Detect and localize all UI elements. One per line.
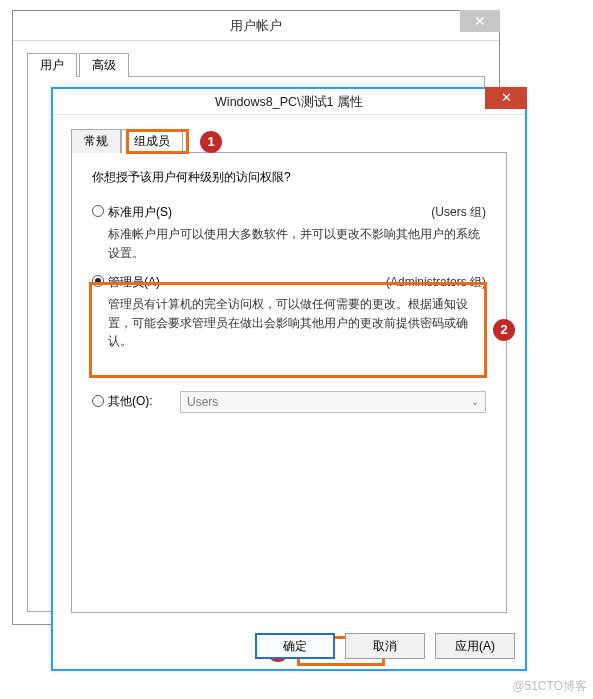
user-accounts-tabs: 用户 高级: [27, 53, 485, 77]
option-administrator[interactable]: 管理员(A) (Administrators 组) 管理员有计算机的完全访问权，…: [92, 274, 486, 351]
close-icon[interactable]: ✕: [485, 87, 527, 109]
radio-standard[interactable]: [92, 205, 104, 217]
tab-advanced[interactable]: 高级: [79, 53, 129, 77]
admin-label: 管理员(A): [108, 274, 160, 291]
properties-title: Windows8_PC\测试1 属性: [215, 95, 363, 109]
properties-titlebar: Windows8_PC\测试1 属性 ✕: [53, 89, 525, 115]
option-standard-user[interactable]: 标准用户(S) (Users 组) 标准帐户用户可以使用大多数软件，并可以更改不…: [92, 204, 486, 262]
tab-membership[interactable]: 组成员: [121, 129, 183, 153]
properties-tabs: 常规 组成员: [71, 129, 507, 153]
watermark: @51CTO博客: [512, 678, 587, 695]
user-accounts-titlebar: 用户帐户 ✕: [13, 11, 499, 41]
ok-button[interactable]: 确定: [255, 633, 335, 659]
option-other[interactable]: 其他(O): Users ⌄: [92, 391, 486, 413]
other-label: 其他(O):: [108, 393, 180, 410]
admin-group: (Administrators 组): [386, 274, 486, 291]
standard-user-desc: 标准帐户用户可以使用大多数软件，并可以更改不影响其他用户的系统设置。: [108, 225, 486, 262]
cancel-button[interactable]: 取消: [345, 633, 425, 659]
radio-other[interactable]: [92, 395, 104, 407]
standard-user-group: (Users 组): [431, 204, 486, 221]
chevron-down-icon: ⌄: [471, 396, 479, 407]
apply-button[interactable]: 应用(A): [435, 633, 515, 659]
close-icon[interactable]: ✕: [460, 10, 500, 32]
user-accounts-title: 用户帐户: [230, 18, 282, 33]
admin-desc: 管理员有计算机的完全访问权，可以做任何需要的更改。根据通知设置，可能会要求管理员…: [108, 295, 486, 351]
membership-panel: 你想授予该用户何种级别的访问权限? 标准用户(S) (Users 组) 标准帐户…: [71, 153, 507, 613]
other-group-select[interactable]: Users ⌄: [180, 391, 486, 413]
properties-window: Windows8_PC\测试1 属性 ✕ 常规 组成员 你想授予该用户何种级别的…: [51, 87, 527, 671]
dialog-buttons: 确定 取消 应用(A): [255, 633, 515, 659]
other-select-value: Users: [187, 395, 218, 409]
tab-users[interactable]: 用户: [27, 53, 77, 77]
radio-admin[interactable]: [92, 275, 104, 287]
access-question: 你想授予该用户何种级别的访问权限?: [92, 169, 486, 186]
tab-general[interactable]: 常规: [71, 129, 121, 153]
standard-user-label: 标准用户(S): [108, 204, 172, 221]
